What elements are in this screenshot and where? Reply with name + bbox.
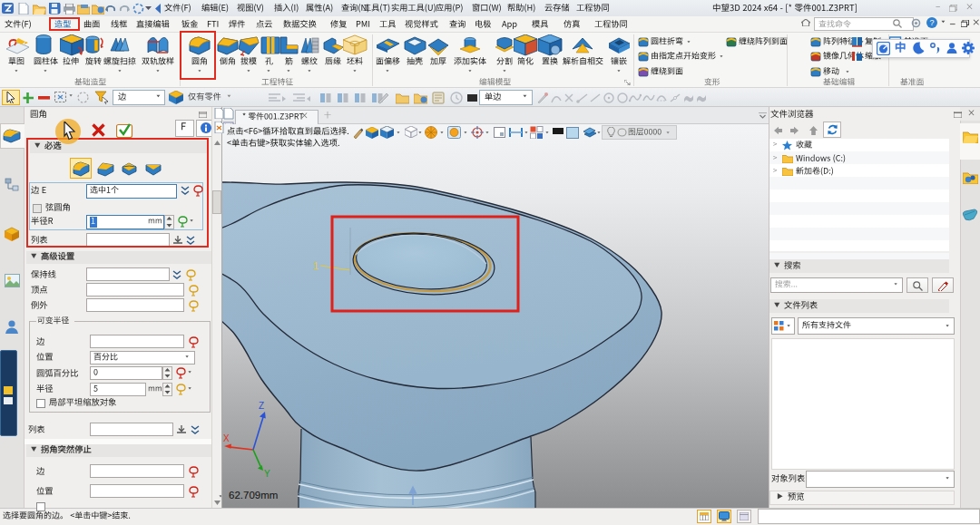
svg-text:?: ? xyxy=(929,18,934,27)
svg-text:Y: Y xyxy=(264,469,270,479)
svg-text:Z: Z xyxy=(259,401,264,411)
svg-text:X: X xyxy=(223,433,230,443)
svg-text:1: 1 xyxy=(313,260,318,271)
svg-text:62.709mm: 62.709mm xyxy=(229,490,278,501)
